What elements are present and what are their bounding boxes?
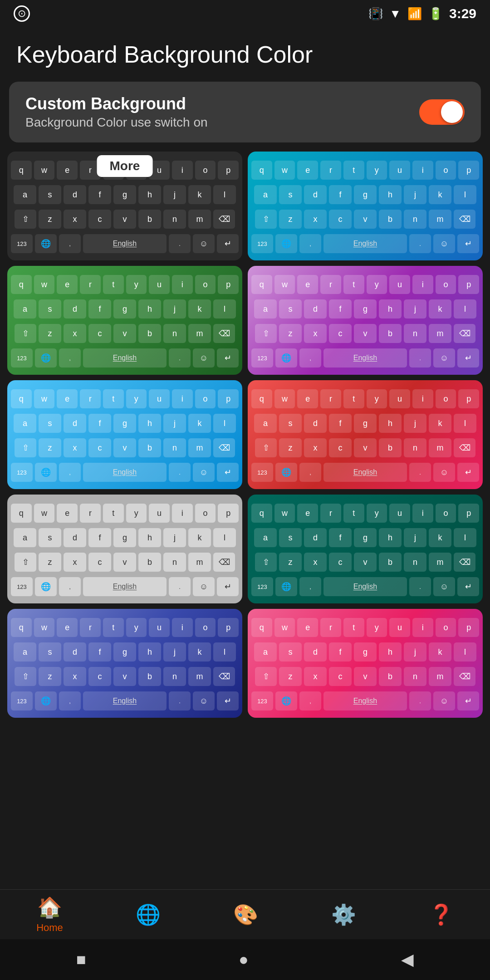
kb-key: s bbox=[39, 642, 61, 662]
kb-key: n bbox=[163, 438, 186, 457]
kb-key: z bbox=[39, 324, 61, 343]
kb-key: b bbox=[379, 210, 402, 229]
kb-key: w bbox=[34, 504, 55, 523]
period-key: . bbox=[169, 691, 191, 710]
shift-key: ⇧ bbox=[15, 553, 36, 572]
kb-key: z bbox=[279, 667, 302, 686]
battery-icon: 🔋 bbox=[428, 7, 443, 21]
kb-key: x bbox=[64, 553, 86, 572]
kb-key: q bbox=[251, 161, 272, 180]
kb-key: f bbox=[329, 528, 352, 547]
kb-key: k bbox=[429, 185, 451, 204]
kb-key: i bbox=[412, 504, 433, 523]
more-badge[interactable]: More bbox=[97, 155, 153, 177]
kb-key: j bbox=[404, 642, 426, 662]
keyboard-sim: q w e r t y u i o p a s d f g h j k l bbox=[248, 380, 483, 489]
keyboard-theme-teal[interactable]: q w e r t y u i o p a s d f g h j k l bbox=[248, 152, 483, 260]
emoji-key: ☺ bbox=[193, 577, 215, 596]
kb-key: t bbox=[343, 161, 364, 180]
kb-key: p bbox=[218, 618, 239, 637]
emoji-key: ☺ bbox=[193, 348, 215, 368]
backspace-key: ⌫ bbox=[213, 210, 235, 229]
comma-key: , bbox=[59, 463, 81, 482]
kb-key: d bbox=[64, 299, 86, 318]
emoji-key: ☺ bbox=[433, 691, 455, 710]
globe-key: 🌐 bbox=[275, 691, 297, 710]
kb-key: u bbox=[389, 618, 410, 637]
keyboard-sim: q w e r t y u i o p a s d f g h j k l bbox=[248, 152, 483, 260]
kb-key: z bbox=[39, 553, 61, 572]
recent-apps-button[interactable]: ■ bbox=[76, 950, 86, 969]
kb-key: m bbox=[188, 438, 211, 457]
keyboard-theme-grid: More q w e r t y u i o p a s d f g h j bbox=[0, 152, 490, 725]
globe-key: 🌐 bbox=[35, 577, 57, 596]
kb-key: d bbox=[304, 528, 327, 547]
keyboard-theme-black[interactable]: More q w e r t y u i o p a s d f g h j bbox=[7, 152, 242, 260]
kb-key: g bbox=[354, 299, 377, 318]
kb-key: z bbox=[279, 553, 302, 572]
emoji-key: ☺ bbox=[193, 234, 215, 253]
space-key: English bbox=[83, 348, 167, 368]
kb-key: p bbox=[458, 275, 479, 294]
kb-key: f bbox=[88, 299, 111, 318]
kb-key: f bbox=[88, 528, 111, 547]
keyboard-theme-magenta[interactable]: q w e r t y u i o p a s d f g h j k l bbox=[248, 609, 483, 718]
kb-key: w bbox=[274, 275, 295, 294]
nav-item-language[interactable]: 🌐 Language bbox=[136, 903, 161, 926]
kb-key: y bbox=[126, 618, 147, 637]
emoji-key: ☺ bbox=[193, 463, 215, 482]
background-color-toggle[interactable] bbox=[419, 99, 465, 125]
nav-item-settings[interactable]: ⚙️ Settings bbox=[331, 903, 356, 926]
kb-key: z bbox=[39, 438, 61, 457]
kb-key: p bbox=[458, 618, 479, 637]
kb-key: r bbox=[320, 504, 341, 523]
space-key: English bbox=[323, 577, 407, 596]
kb-key: j bbox=[404, 528, 426, 547]
kb-key: q bbox=[11, 618, 32, 637]
kb-key: m bbox=[429, 667, 451, 686]
kb-key: e bbox=[297, 618, 318, 637]
home-button[interactable]: ● bbox=[239, 950, 249, 969]
numbers-key: 123 bbox=[251, 348, 273, 368]
kb-key: c bbox=[88, 553, 111, 572]
period-key: . bbox=[409, 691, 431, 710]
kb-key: p bbox=[218, 161, 239, 180]
keyboard-theme-gray[interactable]: q w e r t y u i o p a s d f g h j k l bbox=[7, 495, 242, 603]
backspace-key: ⌫ bbox=[213, 438, 235, 457]
kb-key: x bbox=[304, 324, 327, 343]
keyboard-theme-indigo[interactable]: q w e r t y u i o p a s d f g h j k l bbox=[7, 609, 242, 718]
nav-item-help[interactable]: ❓ Help bbox=[429, 903, 454, 926]
kb-key: b bbox=[138, 438, 161, 457]
globe-key: 🌐 bbox=[35, 463, 57, 482]
kb-key: s bbox=[39, 528, 61, 547]
keyboard-theme-skyblue[interactable]: q w e r t y u i o p a s d f g h j k l bbox=[7, 380, 242, 489]
kb-key: d bbox=[64, 528, 86, 547]
kb-key: v bbox=[113, 210, 136, 229]
kb-key: r bbox=[80, 389, 101, 408]
kb-key: a bbox=[254, 185, 277, 204]
numbers-key: 123 bbox=[251, 691, 273, 710]
nav-item-theme[interactable]: 🎨 Theme bbox=[233, 903, 258, 926]
kb-key: r bbox=[80, 618, 101, 637]
keyboard-theme-redorange[interactable]: q w e r t y u i o p a s d f g h j k l bbox=[248, 380, 483, 489]
enter-key: ↵ bbox=[457, 348, 479, 368]
kb-key: e bbox=[57, 618, 78, 637]
kb-key: n bbox=[163, 553, 186, 572]
enter-key: ↵ bbox=[457, 691, 479, 710]
kb-key: b bbox=[138, 553, 161, 572]
kb-key: p bbox=[458, 161, 479, 180]
kb-key: s bbox=[39, 185, 61, 204]
keyboard-theme-purple[interactable]: q w e r t y u i o p a s d f g h j k l bbox=[248, 266, 483, 375]
kb-key: u bbox=[389, 275, 410, 294]
kb-key: r bbox=[320, 275, 341, 294]
emoji-key: ☺ bbox=[433, 348, 455, 368]
shift-key: ⇧ bbox=[15, 324, 36, 343]
kb-key: d bbox=[64, 642, 86, 662]
nav-item-home[interactable]: 🏠 Home bbox=[36, 896, 63, 934]
kb-key: a bbox=[254, 642, 277, 662]
kb-key: w bbox=[34, 161, 55, 180]
backspace-key: ⌫ bbox=[454, 438, 475, 457]
keyboard-theme-darkteal[interactable]: q w e r t y u i o p a s d f g h j k l bbox=[248, 495, 483, 603]
keyboard-theme-green[interactable]: q w e r t y u i o p a s d f g h j k l bbox=[7, 266, 242, 375]
back-button[interactable]: ◀ bbox=[401, 950, 414, 969]
